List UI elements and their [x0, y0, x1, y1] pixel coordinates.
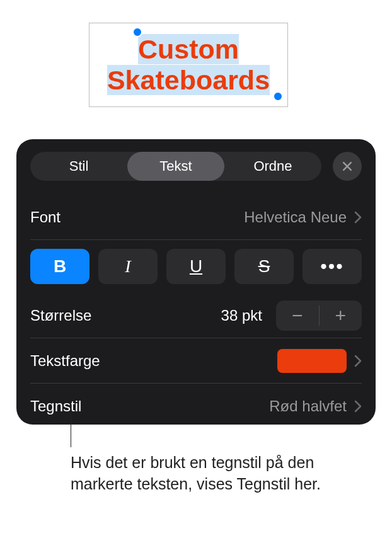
tab-ordne[interactable]: Ordne — [224, 152, 321, 181]
close-icon — [341, 160, 354, 173]
bold-icon: B — [54, 256, 66, 277]
strikethrough-button[interactable]: S — [234, 249, 294, 284]
italic-button[interactable]: I — [98, 249, 158, 284]
callout-text: Hvis det er brukt en tegnstil på den mar… — [71, 452, 335, 495]
selection-handle-start[interactable] — [132, 27, 142, 37]
tab-stil[interactable]: Stil — [30, 152, 127, 181]
style-buttons: B I U S ••• — [30, 249, 362, 284]
size-decrease-button[interactable]: − — [276, 300, 319, 331]
close-button[interactable] — [333, 152, 362, 181]
textcolor-label: Tekstfarge — [30, 352, 100, 370]
charstyle-value: Rød halvfet — [269, 397, 347, 415]
selected-text[interactable]: Custom Skateboards — [107, 34, 270, 96]
font-value-container: Helvetica Neue — [244, 209, 362, 226]
text-line-1: Custom — [138, 34, 239, 64]
italic-icon: I — [125, 256, 130, 277]
bold-button[interactable]: B — [30, 249, 89, 284]
textcolor-row[interactable]: Tekstfarge — [30, 338, 362, 384]
textcolor-right — [277, 349, 362, 373]
callout-line — [71, 403, 71, 447]
more-icon: ••• — [320, 256, 344, 277]
format-panel: Stil Tekst Ordne Font Helvetica Neue B I — [16, 139, 376, 425]
text-line-2: Skateboards — [107, 65, 270, 95]
underline-icon: U — [190, 256, 202, 277]
size-value: 38 pkt — [221, 307, 262, 324]
text-box[interactable]: Custom Skateboards — [89, 23, 288, 107]
color-swatch[interactable] — [277, 349, 347, 373]
size-label: Størrelse — [30, 307, 221, 324]
size-row: Størrelse 38 pkt − + — [30, 293, 362, 338]
charstyle-label: Tegnstil — [30, 397, 81, 415]
chevron-right-icon — [354, 211, 362, 224]
selection-handle-end[interactable] — [273, 91, 283, 101]
rows-container: Font Helvetica Neue B I U S ••• — [16, 195, 376, 429]
size-increase-button[interactable]: + — [320, 300, 362, 331]
tab-tekst[interactable]: Tekst — [127, 152, 224, 181]
charstyle-value-container: Rød halvfet — [269, 397, 362, 415]
minus-icon: − — [292, 305, 303, 326]
chevron-right-icon — [354, 400, 362, 413]
chevron-right-icon — [354, 355, 362, 367]
strikethrough-icon: S — [258, 256, 270, 277]
font-value: Helvetica Neue — [244, 209, 347, 226]
charstyle-row[interactable]: Tegnstil Rød halvfet — [30, 384, 362, 429]
underline-button[interactable]: U — [166, 249, 226, 284]
more-styles-button[interactable]: ••• — [303, 249, 362, 284]
tabs: Stil Tekst Ordne — [30, 152, 321, 181]
font-row[interactable]: Font Helvetica Neue — [30, 195, 362, 240]
plus-icon: + — [335, 305, 346, 326]
size-stepper: − + — [276, 300, 362, 331]
font-label: Font — [30, 209, 61, 226]
tab-row: Stil Tekst Ordne — [16, 152, 376, 181]
